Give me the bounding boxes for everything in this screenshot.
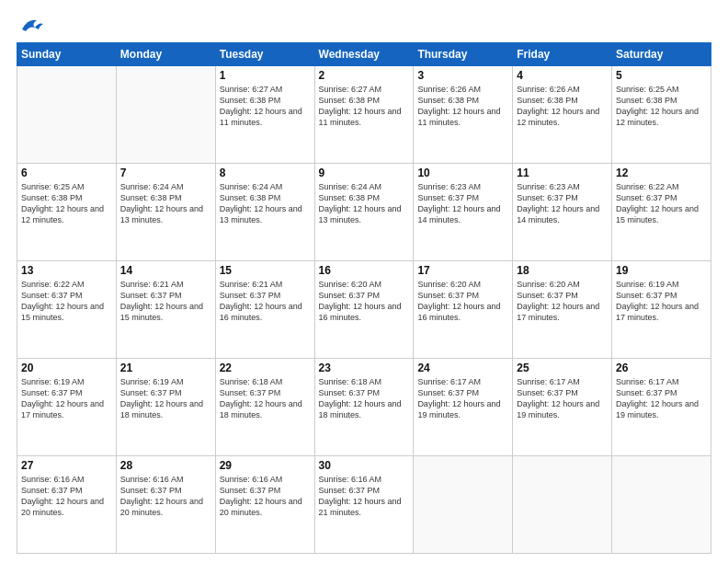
- calendar-cell: 9Sunrise: 6:24 AM Sunset: 6:38 PM Daylig…: [314, 164, 414, 261]
- calendar-cell: [414, 456, 513, 554]
- day-info: Sunrise: 6:24 AM Sunset: 6:38 PM Dayligh…: [120, 181, 211, 226]
- day-info: Sunrise: 6:16 AM Sunset: 6:37 PM Dayligh…: [319, 474, 410, 519]
- day-number: 24: [417, 362, 508, 374]
- day-number: 8: [220, 167, 311, 179]
- header: [17, 17, 711, 33]
- day-number: 16: [319, 264, 410, 277]
- day-number: 3: [417, 69, 508, 82]
- calendar-cell: 30Sunrise: 6:16 AM Sunset: 6:37 PM Dayli…: [314, 456, 414, 554]
- day-info: Sunrise: 6:23 AM Sunset: 6:37 PM Dayligh…: [517, 181, 608, 226]
- day-info: Sunrise: 6:21 AM Sunset: 6:37 PM Dayligh…: [220, 279, 311, 324]
- calendar-cell: 20Sunrise: 6:19 AM Sunset: 6:37 PM Dayli…: [17, 359, 117, 456]
- day-number: 30: [319, 459, 410, 472]
- day-header-friday: Friday: [513, 43, 612, 66]
- day-number: 28: [120, 459, 211, 472]
- calendar-cell: [612, 456, 711, 554]
- day-info: Sunrise: 6:17 AM Sunset: 6:37 PM Dayligh…: [616, 376, 707, 421]
- day-info: Sunrise: 6:16 AM Sunset: 6:37 PM Dayligh…: [220, 474, 311, 519]
- day-number: 14: [120, 264, 211, 277]
- day-number: 19: [616, 264, 707, 277]
- day-info: Sunrise: 6:16 AM Sunset: 6:37 PM Dayligh…: [21, 474, 112, 519]
- day-info: Sunrise: 6:27 AM Sunset: 6:38 PM Dayligh…: [319, 84, 410, 129]
- day-number: 10: [417, 167, 508, 179]
- day-info: Sunrise: 6:22 AM Sunset: 6:37 PM Dayligh…: [616, 181, 707, 226]
- day-header-wednesday: Wednesday: [314, 43, 414, 66]
- calendar-cell: [513, 456, 612, 554]
- calendar-cell: 6Sunrise: 6:25 AM Sunset: 6:38 PM Daylig…: [17, 164, 117, 261]
- calendar-cell: 4Sunrise: 6:26 AM Sunset: 6:38 PM Daylig…: [513, 66, 612, 164]
- calendar-cell: 21Sunrise: 6:19 AM Sunset: 6:37 PM Dayli…: [116, 359, 215, 456]
- day-info: Sunrise: 6:23 AM Sunset: 6:37 PM Dayligh…: [417, 181, 508, 226]
- day-number: 21: [120, 362, 211, 374]
- week-row-1: 1Sunrise: 6:27 AM Sunset: 6:38 PM Daylig…: [17, 66, 711, 164]
- day-number: 6: [21, 167, 112, 179]
- day-number: 26: [616, 362, 707, 374]
- calendar-cell: 12Sunrise: 6:22 AM Sunset: 6:37 PM Dayli…: [612, 164, 711, 261]
- calendar-cell: 24Sunrise: 6:17 AM Sunset: 6:37 PM Dayli…: [414, 359, 513, 456]
- day-info: Sunrise: 6:16 AM Sunset: 6:37 PM Dayligh…: [120, 474, 211, 519]
- calendar-cell: 23Sunrise: 6:18 AM Sunset: 6:37 PM Dayli…: [314, 359, 414, 456]
- day-number: 4: [517, 69, 608, 82]
- calendar-cell: 11Sunrise: 6:23 AM Sunset: 6:37 PM Dayli…: [513, 164, 612, 261]
- day-number: 12: [616, 167, 707, 179]
- day-number: 20: [21, 362, 112, 374]
- calendar-cell: 26Sunrise: 6:17 AM Sunset: 6:37 PM Dayli…: [612, 359, 711, 456]
- day-info: Sunrise: 6:21 AM Sunset: 6:37 PM Dayligh…: [120, 279, 211, 324]
- day-number: 22: [220, 362, 311, 374]
- calendar-cell: [17, 66, 117, 164]
- day-info: Sunrise: 6:19 AM Sunset: 6:37 PM Dayligh…: [21, 376, 112, 421]
- day-header-saturday: Saturday: [612, 43, 711, 66]
- week-row-2: 6Sunrise: 6:25 AM Sunset: 6:38 PM Daylig…: [17, 164, 711, 261]
- day-info: Sunrise: 6:26 AM Sunset: 6:38 PM Dayligh…: [417, 84, 508, 129]
- day-info: Sunrise: 6:25 AM Sunset: 6:38 PM Dayligh…: [616, 84, 707, 129]
- day-header-row: SundayMondayTuesdayWednesdayThursdayFrid…: [17, 43, 711, 66]
- calendar-cell: 2Sunrise: 6:27 AM Sunset: 6:38 PM Daylig…: [314, 66, 414, 164]
- day-info: Sunrise: 6:20 AM Sunset: 6:37 PM Dayligh…: [319, 279, 410, 324]
- logo-bird-icon: [18, 17, 44, 33]
- day-number: 15: [220, 264, 311, 277]
- day-number: 11: [517, 167, 608, 179]
- calendar-cell: 22Sunrise: 6:18 AM Sunset: 6:37 PM Dayli…: [215, 359, 314, 456]
- calendar-cell: 1Sunrise: 6:27 AM Sunset: 6:38 PM Daylig…: [215, 66, 314, 164]
- calendar-cell: 3Sunrise: 6:26 AM Sunset: 6:38 PM Daylig…: [414, 66, 513, 164]
- calendar-cell: 19Sunrise: 6:19 AM Sunset: 6:37 PM Dayli…: [612, 261, 711, 359]
- calendar-cell: 14Sunrise: 6:21 AM Sunset: 6:37 PM Dayli…: [116, 261, 215, 359]
- day-info: Sunrise: 6:18 AM Sunset: 6:37 PM Dayligh…: [319, 376, 410, 421]
- calendar-cell: 27Sunrise: 6:16 AM Sunset: 6:37 PM Dayli…: [17, 456, 117, 554]
- calendar-cell: 25Sunrise: 6:17 AM Sunset: 6:37 PM Dayli…: [513, 359, 612, 456]
- day-number: 9: [319, 167, 410, 179]
- calendar-cell: 29Sunrise: 6:16 AM Sunset: 6:37 PM Dayli…: [215, 456, 314, 554]
- day-number: 23: [319, 362, 410, 374]
- day-info: Sunrise: 6:19 AM Sunset: 6:37 PM Dayligh…: [120, 376, 211, 421]
- calendar-cell: 7Sunrise: 6:24 AM Sunset: 6:38 PM Daylig…: [116, 164, 215, 261]
- calendar-cell: [116, 66, 215, 164]
- week-row-3: 13Sunrise: 6:22 AM Sunset: 6:37 PM Dayli…: [17, 261, 711, 359]
- day-info: Sunrise: 6:20 AM Sunset: 6:37 PM Dayligh…: [517, 279, 608, 324]
- day-number: 1: [220, 69, 311, 82]
- week-row-5: 27Sunrise: 6:16 AM Sunset: 6:37 PM Dayli…: [17, 456, 711, 554]
- day-number: 2: [319, 69, 410, 82]
- day-header-thursday: Thursday: [414, 43, 513, 66]
- calendar-cell: 10Sunrise: 6:23 AM Sunset: 6:37 PM Dayli…: [414, 164, 513, 261]
- day-header-tuesday: Tuesday: [215, 43, 314, 66]
- day-number: 5: [616, 69, 707, 82]
- calendar-table: SundayMondayTuesdayWednesdayThursdayFrid…: [17, 42, 711, 554]
- calendar-cell: 8Sunrise: 6:24 AM Sunset: 6:38 PM Daylig…: [215, 164, 314, 261]
- page: SundayMondayTuesdayWednesdayThursdayFrid…: [0, 0, 728, 563]
- calendar-cell: 13Sunrise: 6:22 AM Sunset: 6:37 PM Dayli…: [17, 261, 117, 359]
- day-info: Sunrise: 6:19 AM Sunset: 6:37 PM Dayligh…: [616, 279, 707, 324]
- day-info: Sunrise: 6:24 AM Sunset: 6:38 PM Dayligh…: [319, 181, 410, 226]
- day-info: Sunrise: 6:17 AM Sunset: 6:37 PM Dayligh…: [517, 376, 608, 421]
- day-number: 7: [120, 167, 211, 179]
- week-row-4: 20Sunrise: 6:19 AM Sunset: 6:37 PM Dayli…: [17, 359, 711, 456]
- day-number: 27: [21, 459, 112, 472]
- day-info: Sunrise: 6:24 AM Sunset: 6:38 PM Dayligh…: [220, 181, 311, 226]
- day-number: 13: [21, 264, 112, 277]
- day-number: 18: [517, 264, 608, 277]
- day-info: Sunrise: 6:26 AM Sunset: 6:38 PM Dayligh…: [517, 84, 608, 129]
- day-info: Sunrise: 6:27 AM Sunset: 6:38 PM Dayligh…: [220, 84, 311, 129]
- day-number: 29: [220, 459, 311, 472]
- day-header-sunday: Sunday: [17, 43, 117, 66]
- calendar-cell: 17Sunrise: 6:20 AM Sunset: 6:37 PM Dayli…: [414, 261, 513, 359]
- day-number: 25: [517, 362, 608, 374]
